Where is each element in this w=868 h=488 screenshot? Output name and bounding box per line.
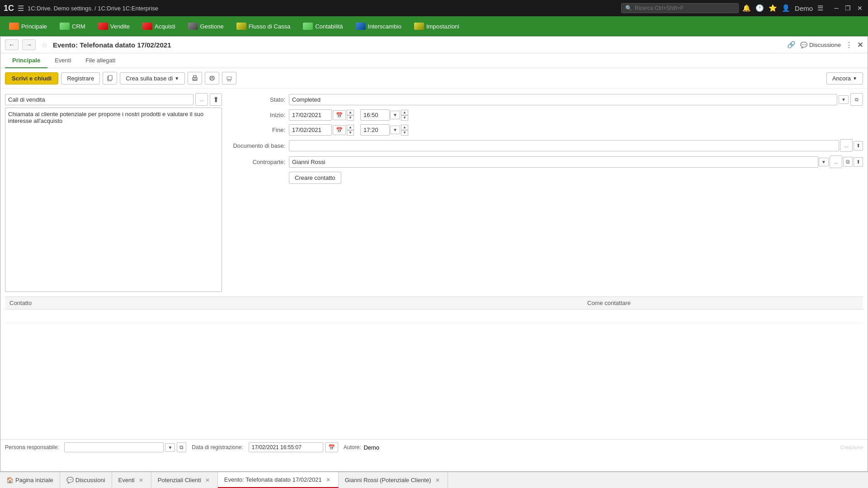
ancora-btn[interactable]: Ancora ▼ — [826, 72, 863, 84]
inizio-date-spin: ▲ ▼ — [347, 110, 354, 121]
attach-btn[interactable]: ✉ — [205, 72, 219, 84]
menu-icon[interactable]: ☰ — [18, 4, 24, 13]
nav-interscambio[interactable]: Interscambio — [350, 21, 407, 32]
nav-flusso-label: Flusso di Cassa — [249, 23, 290, 30]
save-close-btn[interactable]: Scrivi e chiudi — [5, 72, 58, 84]
stato-arrow[interactable]: ▼ — [839, 95, 849, 104]
search-input[interactable] — [635, 5, 735, 11]
tab-file[interactable]: File allegati — [78, 53, 123, 68]
bell-icon[interactable]: 🔔 — [742, 4, 751, 12]
bottom-tab-potenziali-close[interactable]: ✕ — [204, 477, 211, 484]
user-icon[interactable]: 👤 — [782, 4, 790, 12]
nav-flusso[interactable]: Flusso di Cassa — [231, 21, 296, 32]
controparte-browse-btn[interactable]: ... — [830, 155, 842, 168]
restore-btn[interactable]: ❐ — [843, 5, 853, 12]
bottom-tab-gianni-close[interactable]: ✕ — [434, 477, 441, 484]
nav-principale[interactable]: Principale — [4, 21, 52, 32]
fine-date-down-btn[interactable]: ▼ — [347, 130, 354, 136]
type-upload-btn[interactable]: ⬆ — [210, 94, 222, 106]
svg-rect-1 — [108, 75, 112, 80]
stamp-btn[interactable] — [222, 72, 236, 84]
close-window-btn[interactable]: ✕ — [855, 5, 864, 12]
fine-time-up-btn[interactable]: ▲ — [401, 125, 408, 130]
inizio-date-input[interactable] — [289, 109, 332, 121]
star-icon[interactable]: ⭐ — [769, 4, 777, 12]
more-options-btn[interactable]: ⋮ — [845, 41, 853, 49]
bottom-tab-evento[interactable]: Evento: Telefonata datato 17/02/2021 ✕ — [218, 472, 339, 488]
print-btn[interactable] — [188, 72, 202, 84]
data-label: Data di registrazione: — [192, 444, 243, 450]
inizio-date-up-btn[interactable]: ▲ — [347, 110, 354, 115]
inizio-time-input[interactable] — [360, 109, 390, 121]
fine-time-input[interactable] — [360, 124, 390, 136]
bottom-tab-eventi-close[interactable]: ✕ — [137, 477, 145, 484]
nav-crm[interactable]: CRM — [54, 21, 91, 32]
fine-date-up-btn[interactable]: ▲ — [347, 125, 354, 130]
persona-input[interactable] — [64, 442, 164, 452]
description-textarea[interactable]: Chiamata al cliente potenziale per propo… — [5, 108, 222, 292]
persona-arrow[interactable]: ▼ — [165, 443, 175, 452]
fine-date-wrap: 📅 ▲ ▼ — [289, 124, 354, 136]
fine-calendar-btn[interactable]: 📅 — [333, 125, 346, 135]
ancora-arrow-icon: ▼ — [853, 76, 857, 81]
data-input-wrap: 📅 — [249, 442, 338, 452]
search-box[interactable]: 🔍 — [621, 3, 739, 13]
bottom-tab-home[interactable]: 🏠 Pagina iniziale — [0, 472, 60, 488]
create-base-btn[interactable]: Crea sulla base di ▼ — [120, 72, 185, 84]
nav-contabilita[interactable]: Contabilità — [297, 21, 348, 32]
forward-btn[interactable]: → — [22, 39, 36, 50]
bottom-tab-evento-close[interactable]: ✕ — [325, 476, 332, 483]
inizio-time-down-btn[interactable]: ▼ — [401, 115, 408, 121]
back-btn[interactable]: ← — [5, 39, 19, 50]
inizio-time-arrow[interactable]: ▼ — [390, 111, 400, 119]
tab-principale[interactable]: Principale — [5, 53, 47, 68]
discussion-btn[interactable]: 💬 Discussione — [800, 42, 841, 48]
copy-doc-btn[interactable] — [103, 72, 117, 84]
documento-browse-btn[interactable]: ... — [840, 139, 853, 152]
nav-contabilita-label: Contabilità — [315, 23, 343, 30]
data-input[interactable] — [249, 442, 323, 452]
bookmark-icon[interactable]: ☆ — [41, 41, 47, 49]
documento-copy-btn[interactable]: ⬆ — [854, 141, 863, 150]
nav-acquisti[interactable]: Acquisti — [137, 21, 181, 32]
event-type-input[interactable] — [5, 94, 193, 105]
close-doc-btn[interactable]: ✕ — [857, 41, 863, 49]
controparte-input[interactable] — [289, 156, 818, 168]
link-icon[interactable]: 🔗 — [787, 41, 796, 49]
type-browse-btn[interactable]: ... — [195, 93, 208, 106]
bottom-tab-discussioni[interactable]: 💬 Discussioni — [60, 472, 112, 488]
bottom-tab-gianni-label: Gianni Rossi (Potenziale Cliente) — [345, 477, 431, 483]
bottom-tab-gianni[interactable]: Gianni Rossi (Potenziale Cliente) ✕ — [339, 472, 448, 488]
persona-copy-btn[interactable]: ⧉ — [177, 442, 186, 452]
register-btn[interactable]: Registrare — [61, 72, 100, 84]
clock-icon[interactable]: 🕐 — [755, 4, 764, 12]
create-contact-btn[interactable]: Creare contatto — [289, 172, 341, 184]
bottom-tab-eventi[interactable]: Eventi ✕ — [112, 472, 151, 488]
nav-gestione[interactable]: Gestione — [183, 21, 229, 32]
bottom-tab-discussioni-label: Discussioni — [75, 477, 105, 483]
stato-select[interactable]: Completed — [289, 94, 837, 105]
bottom-tab-eventi-label: Eventi — [118, 477, 135, 483]
controparte-copy-btn[interactable]: ⧉ — [843, 157, 853, 167]
controparte-open-btn[interactable]: ⬆ — [854, 157, 863, 167]
documento-label: Documento di base: — [231, 142, 285, 149]
documento-input[interactable] — [289, 140, 839, 151]
tab-eventi[interactable]: Eventi — [47, 53, 78, 68]
fine-time-arrow[interactable]: ▼ — [390, 126, 400, 134]
stato-open-btn[interactable]: ⧉ — [850, 93, 863, 106]
inizio-date-down-btn[interactable]: ▼ — [347, 115, 354, 121]
controparte-arrow[interactable]: ▼ — [819, 158, 829, 166]
inizio-calendar-btn[interactable]: 📅 — [333, 110, 346, 120]
svg-rect-8 — [228, 80, 231, 81]
settings-icon[interactable]: ☰ — [817, 4, 823, 12]
bottom-tab-potenziali[interactable]: Potenziali Clienti ✕ — [151, 472, 218, 488]
inizio-time-up-btn[interactable]: ▲ — [401, 110, 408, 115]
fine-time-down-btn[interactable]: ▼ — [401, 130, 408, 136]
principale-icon — [9, 23, 19, 30]
minimize-btn[interactable]: ─ — [832, 5, 840, 12]
nav-vendite[interactable]: Vendite — [93, 21, 135, 32]
nav-impostazioni[interactable]: Impostazioni — [409, 21, 465, 32]
crm-icon — [60, 23, 70, 30]
fine-date-input[interactable] — [289, 124, 332, 136]
data-calendar-btn[interactable]: 📅 — [325, 442, 338, 452]
